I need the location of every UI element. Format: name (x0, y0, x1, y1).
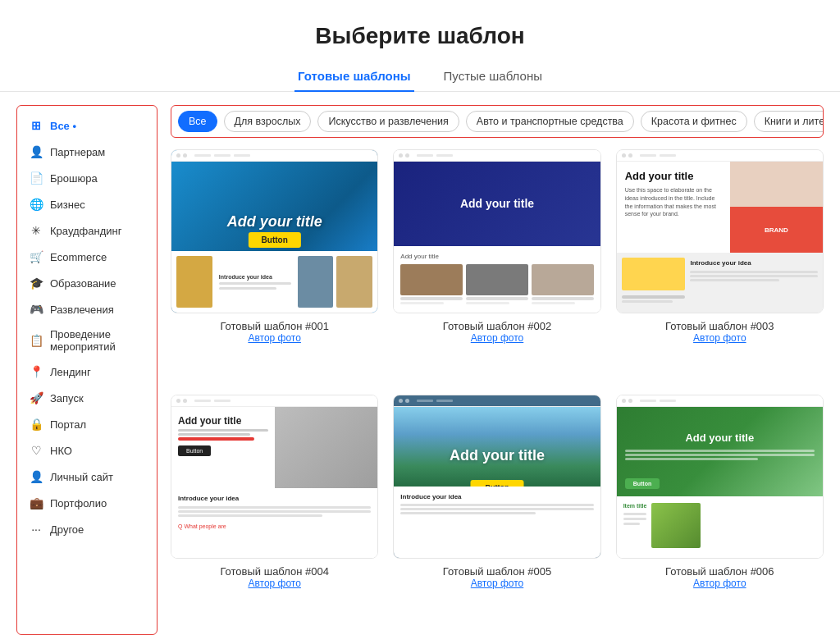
sidebar-item-events[interactable]: 📋 Проведение мероприятий (17, 322, 157, 359)
template-author-003[interactable]: Автор фото (665, 332, 774, 344)
nav-dot (628, 153, 632, 158)
t003-bottom: Introduce your idea (617, 253, 823, 313)
t002-hero: Add your title (394, 162, 600, 246)
t002-persons-row (400, 264, 593, 304)
t003-img-top (730, 162, 823, 207)
pin-icon: 📍 (29, 364, 43, 379)
filter-chip-books[interactable]: Книги и литература (754, 111, 824, 132)
sidebar-item-brochure[interactable]: 📄 Брошюра (17, 165, 157, 191)
globe-icon: 🌐 (29, 197, 43, 212)
t004-l2 (178, 433, 250, 436)
t003-tline1 (690, 271, 818, 273)
rocket-icon: 🚀 (29, 391, 43, 405)
template-author-001[interactable]: Автор фото (220, 332, 328, 344)
template-thumb-002[interactable]: Add your title Add your title (393, 149, 600, 313)
person-icon: 👤 (29, 144, 43, 159)
template-author-004[interactable]: Автор фото (220, 578, 328, 589)
t004-highlight (178, 437, 254, 441)
thumb-nav-005 (394, 395, 600, 407)
t003-col2: Introduce your idea (690, 258, 818, 281)
main-layout: ⊞ Все • 👤 Партнерам 📄 Брошюра 🌐 Бизнес ✳… (0, 92, 840, 635)
page-title: Выберите шаблон (0, 23, 840, 49)
filter-chip-all[interactable]: Все (178, 111, 217, 132)
t002-name3 (532, 297, 594, 300)
t005-l1 (400, 504, 593, 506)
content-area: Все Для взрослых Искусство и развлечения… (171, 105, 824, 635)
filter-chip-art[interactable]: Искусство и развлечения (317, 111, 459, 132)
t003-top: Add your title Use this space to elabora… (617, 162, 823, 253)
t006-dl3 (625, 458, 758, 460)
tab-empty[interactable]: Пустые шаблоны (441, 62, 546, 91)
sidebar-item-crowdfunding[interactable]: ✳ Краудфандинг (17, 217, 157, 244)
t006-top: Add your title Button (617, 407, 823, 496)
template-card-006: Add your title Button Item t (616, 395, 824, 625)
t006-item-title: Item title (623, 503, 647, 509)
t002-role3 (532, 302, 575, 304)
filter-chip-auto[interactable]: Авто и транспортные средства (466, 111, 634, 132)
template-author-002[interactable]: Автор фото (443, 332, 551, 344)
template-card-002: Add your title Add your title (393, 149, 600, 380)
sidebar-item-portfolio[interactable]: 💼 Портфолио (17, 490, 157, 516)
sidebar-item-landing[interactable]: 📍 Лендинг (17, 359, 157, 385)
t002-avatar1 (400, 264, 463, 295)
nav-line (214, 154, 231, 157)
sidebar-item-business[interactable]: 🌐 Бизнес (17, 191, 157, 217)
t003-img-bottom: BRAND (730, 207, 823, 252)
t005-bottom: Introduce your idea (394, 487, 600, 558)
t006-dl1 (625, 450, 815, 452)
heart-icon: ♡ (29, 443, 43, 458)
templates-grid: Add your title Button Introduce your ide… (171, 149, 824, 635)
t002-person3 (532, 264, 594, 304)
nav-line (417, 154, 433, 157)
tabs-row: Готовые шаблоны Пустые шаблоны (0, 62, 840, 92)
t003-introduce: Introduce your idea (690, 259, 818, 267)
page-header: Выберите шаблон (0, 0, 840, 62)
t001-introduce-text: Introduce your idea (219, 274, 291, 280)
sidebar-item-nko[interactable]: ♡ НКО (17, 437, 157, 464)
filter-chip-beauty[interactable]: Красота и фитнес (641, 111, 747, 132)
nav-lines (417, 400, 595, 402)
t002-bottom: Add your title (394, 246, 600, 311)
t001-button: Button (249, 232, 301, 248)
nav-line (194, 154, 211, 157)
nav-lines (640, 400, 818, 402)
nav-line (234, 154, 250, 157)
sidebar-item-personal[interactable]: 👤 Личный сайт (17, 464, 157, 490)
t004-bottom: Introduce your idea Q What people are (171, 488, 377, 558)
t003-left: Add your title Use this space to elabora… (617, 162, 730, 253)
template-info-002: Готовый шаблон #002 Автор фото (443, 320, 551, 344)
t005-title: Add your title (450, 447, 545, 464)
sidebar-item-ecommerce[interactable]: 🛒 Ecommerce (17, 244, 157, 270)
nav-lines (194, 400, 372, 402)
t004-text-lines (178, 506, 371, 517)
template-author-005[interactable]: Автор фото (443, 578, 551, 589)
filter-chip-adult[interactable]: Для взрослых (224, 111, 312, 132)
tab-ready[interactable]: Готовые шаблоны (294, 62, 414, 91)
t004-tl1 (178, 506, 371, 509)
t002-avatar3 (532, 264, 594, 295)
sidebar-item-entertainment[interactable]: 🎮 Развлечения (17, 296, 157, 322)
template-thumb-006[interactable]: Add your title Button Item t (616, 395, 824, 559)
dots-icon: ··· (29, 522, 43, 537)
nav-line (660, 154, 676, 157)
template-name-003: Готовый шаблон #003 (665, 320, 774, 332)
sidebar-item-launch[interactable]: 🚀 Запуск (17, 385, 157, 411)
t003-col1 (622, 258, 686, 303)
template-thumb-003[interactable]: Add your title Use this space to elabora… (616, 149, 824, 313)
nav-dot (405, 153, 409, 158)
template-thumb-004[interactable]: Add your title Button Introduce your ide… (171, 395, 378, 559)
briefcase-icon: 💼 (29, 496, 43, 510)
template-info-005: Готовый шаблон #005 Автор фото (443, 565, 551, 589)
t001-title: Add your title (227, 213, 322, 231)
template-thumb-005[interactable]: Add your title Button Introduce your ide… (393, 395, 600, 559)
sidebar-item-portal[interactable]: 🔒 Портал (17, 411, 157, 437)
t004-title: Add your title (178, 415, 268, 427)
template-author-006[interactable]: Автор фото (665, 578, 774, 589)
template-thumb-001[interactable]: Add your title Button Introduce your ide… (171, 149, 378, 313)
sidebar-item-all[interactable]: ⊞ Все • (17, 112, 157, 139)
sidebar-item-education[interactable]: 🎓 Образование (17, 270, 157, 296)
sidebar-item-partners[interactable]: 👤 Партнерам (17, 139, 157, 165)
t002-name1 (400, 297, 463, 300)
t002-title: Add your title (460, 197, 534, 210)
sidebar-item-other[interactable]: ··· Другое (17, 516, 157, 542)
